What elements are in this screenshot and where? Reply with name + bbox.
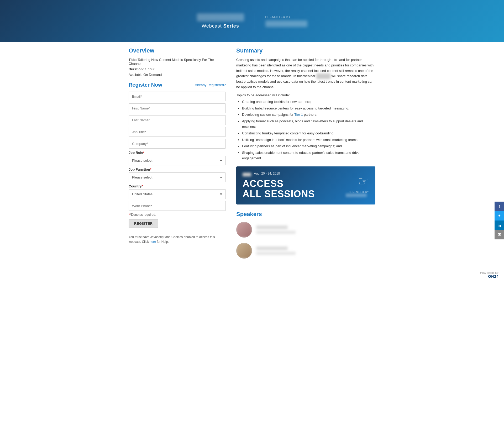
access-presented-by: PRESENTED BY xyxy=(346,191,369,197)
job-function-label: Job Function* xyxy=(129,167,226,171)
access-banner-content: Aug. 20 - 24, 2018 ACCESS ALL SESSIONS xyxy=(243,172,346,199)
topic-item: Creating onboarding toolkits for new par… xyxy=(242,99,375,105)
speaker-avatar-2 xyxy=(236,243,252,259)
topics-intro: Topics to be addressed will include: xyxy=(236,93,375,97)
topic-item: Shaping sales enablement content to educ… xyxy=(242,150,375,161)
facebook-icon: f xyxy=(499,204,500,209)
job-title-group xyxy=(129,127,226,137)
access-title: ACCESS ALL SESSIONS xyxy=(243,178,346,199)
email-icon: ✉ xyxy=(498,232,501,237)
topic-item: Utilizing "campaign in a box" models for… xyxy=(242,137,375,143)
main-container: Overview Title: Tailoring New Content Mo… xyxy=(123,42,381,269)
speakers-title: Speakers xyxy=(236,211,375,218)
speaker-item xyxy=(236,243,375,259)
presenter-logo xyxy=(265,20,307,27)
topics-list: Creating onboarding toolkits for new par… xyxy=(236,99,375,161)
on24-branding: POWERED BY ON24 xyxy=(5,272,499,279)
email-field[interactable] xyxy=(129,92,226,101)
job-function-group: Job Function* Please select xyxy=(129,167,226,182)
speaker-name-blur-1 xyxy=(256,225,288,229)
presented-by-label: PRESENTED BY xyxy=(265,15,291,18)
speaker-title-blur-2 xyxy=(256,252,296,255)
email-group xyxy=(129,92,226,101)
register-button[interactable]: REGISTER xyxy=(129,219,158,228)
job-role-label: Job Role* xyxy=(129,151,226,155)
denotes-required-text: **Denotes required. xyxy=(129,213,226,217)
speaker-info-2 xyxy=(256,246,296,255)
job-role-select[interactable]: Please select xyxy=(129,156,226,165)
header-logo-section: Webcast Series xyxy=(197,13,244,29)
company-group xyxy=(129,139,226,149)
header-logo xyxy=(197,13,244,21)
summary-title: Summary xyxy=(236,47,375,54)
last-name-group xyxy=(129,115,226,125)
speaker-name-blur-2 xyxy=(256,246,288,250)
title-value: Tailoring New Content Models Specificall… xyxy=(129,58,214,66)
country-group: Country* United States xyxy=(129,184,226,199)
header-banner: Webcast Series PRESENTED BY xyxy=(0,0,504,42)
presented-by-section: PRESENTED BY xyxy=(265,15,307,27)
already-registered-link[interactable]: Already Registered? xyxy=(195,83,226,87)
overview-duration-row: Duration: 1 hour xyxy=(129,67,226,71)
linkedin-button[interactable]: in xyxy=(495,220,504,230)
facebook-button[interactable]: f xyxy=(495,202,504,211)
access-date: Aug. 20 - 24, 2018 xyxy=(254,172,280,175)
webcast-series-label: Webcast Series xyxy=(202,23,239,29)
register-header: Register Now Already Registered? xyxy=(129,82,226,88)
overview-title-row: Title: Tailoring New Content Models Spec… xyxy=(129,58,226,66)
linkedin-icon: in xyxy=(497,223,501,228)
overview-meta: Title: Tailoring New Content Models Spec… xyxy=(129,58,226,71)
access-banner[interactable]: Aug. 20 - 24, 2018 ACCESS ALL SESSIONS ☞… xyxy=(236,166,375,204)
register-now-title: Register Now xyxy=(129,82,162,88)
topic-item: Building hubs/resource centers for easy … xyxy=(242,106,375,111)
hand-icon: ☞ xyxy=(358,174,369,188)
job-function-select[interactable]: Please select xyxy=(129,172,226,182)
overview-section: Overview Title: Tailoring New Content Mo… xyxy=(129,47,226,77)
available-on-demand: Available On Demand xyxy=(129,73,226,77)
summary-paragraph1: Creating assets and campaigns that can b… xyxy=(236,57,375,90)
first-name-field[interactable] xyxy=(129,103,226,113)
twitter-icon: ✦ xyxy=(498,214,501,218)
access-banner-right: ☞ PRESENTED BY xyxy=(346,174,369,197)
tier1-link[interactable]: Tier 1 xyxy=(294,113,303,117)
duration-value: 1 hour xyxy=(145,67,154,71)
overview-title: Overview xyxy=(129,47,226,54)
register-button-wrapper: REGISTER xyxy=(129,219,226,232)
access-company-blur xyxy=(243,173,251,176)
work-phone-field[interactable] xyxy=(129,201,226,211)
js-notice: You must have Javascript and Cookies ena… xyxy=(129,235,226,244)
speaker-avatar-1 xyxy=(236,222,252,238)
twitter-button[interactable]: ✦ xyxy=(495,211,504,220)
speaker-item xyxy=(236,222,375,238)
help-link[interactable]: here xyxy=(150,240,156,244)
summary-section: Summary Creating assets and campaigns th… xyxy=(236,47,375,161)
duration-label: Duration: xyxy=(129,67,144,71)
work-phone-group xyxy=(129,201,226,211)
email-button[interactable]: ✉ xyxy=(495,230,504,239)
on24-logo: ON24 xyxy=(488,274,499,279)
right-column: Summary Creating assets and campaigns th… xyxy=(236,47,375,264)
powered-by-label: POWERED BY xyxy=(5,272,499,274)
access-logo-blur xyxy=(346,193,367,197)
left-column: Overview Title: Tailoring New Content Mo… xyxy=(129,47,226,264)
company-field[interactable] xyxy=(129,139,226,149)
footer: POWERED BY ON24 xyxy=(0,269,504,281)
title-label: Title: xyxy=(129,58,137,62)
header-divider xyxy=(255,13,255,29)
job-role-group: Job Role* Please select xyxy=(129,151,226,165)
first-name-group xyxy=(129,103,226,113)
speakers-section: Speakers xyxy=(236,211,375,259)
country-select[interactable]: United States xyxy=(129,189,226,199)
blurred-speaker-name xyxy=(316,74,330,79)
speaker-info-1 xyxy=(256,225,296,234)
topic-item: Developing custom campaigns for Tier 1 p… xyxy=(242,112,375,118)
country-label: Country* xyxy=(129,184,226,188)
speaker-title-blur-1 xyxy=(256,231,296,234)
social-sidebar: f ✦ in ✉ xyxy=(495,202,504,239)
register-section: Register Now Already Registered? Job Rol… xyxy=(129,82,226,244)
job-title-field[interactable] xyxy=(129,127,226,137)
topic-item: Applying format such as podcasts, blogs … xyxy=(242,119,375,130)
topic-item: Featuring partners as part of influencer… xyxy=(242,144,375,149)
last-name-field[interactable] xyxy=(129,115,226,125)
topic-item: Constructing turnkey templated content f… xyxy=(242,131,375,136)
